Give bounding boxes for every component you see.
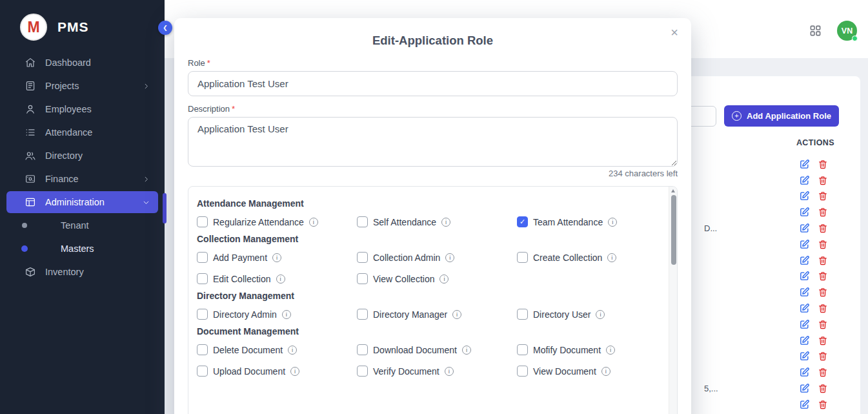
checkbox[interactable]	[517, 309, 528, 320]
sidebar-collapse-button[interactable]	[158, 21, 172, 35]
edit-icon[interactable]	[799, 335, 810, 346]
delete-icon[interactable]	[818, 271, 828, 282]
sidebar-item-dashboard[interactable]: Dashboard	[0, 51, 165, 74]
checkbox[interactable]	[197, 366, 208, 377]
sidebar-scrollbar-thumb[interactable]	[163, 193, 167, 223]
info-icon[interactable]: i	[441, 218, 450, 227]
edit-icon[interactable]	[799, 191, 810, 202]
edit-icon[interactable]	[799, 159, 810, 170]
permissions-scrollbar[interactable]	[669, 187, 677, 414]
add-application-role-button[interactable]: Add Application Role	[724, 105, 839, 127]
info-icon[interactable]: i	[288, 346, 297, 355]
checkbox[interactable]	[197, 273, 208, 284]
sidebar-item-projects[interactable]: Projects	[0, 74, 165, 98]
delete-icon[interactable]	[818, 399, 828, 410]
edit-icon[interactable]	[799, 271, 810, 282]
avatar[interactable]: VN	[837, 21, 857, 41]
checkbox[interactable]	[517, 366, 528, 377]
sidebar-item-inventory[interactable]: Inventory	[0, 260, 165, 284]
delete-icon[interactable]	[818, 287, 828, 298]
delete-icon[interactable]	[818, 191, 828, 202]
edit-icon[interactable]	[799, 319, 810, 330]
chevron-down-icon	[142, 198, 150, 207]
edit-icon[interactable]	[799, 351, 810, 362]
delete-icon[interactable]	[818, 255, 828, 266]
edit-icon[interactable]	[799, 287, 810, 298]
permission-label: Verify Document	[373, 366, 439, 377]
scroll-up-arrow-icon[interactable]	[671, 189, 675, 192]
checkbox[interactable]	[357, 216, 368, 227]
scrollbar-thumb[interactable]	[671, 195, 676, 265]
info-icon[interactable]: i	[452, 310, 461, 319]
edit-icon[interactable]	[799, 207, 810, 218]
edit-icon[interactable]	[799, 239, 810, 250]
edit-icon[interactable]	[799, 223, 810, 234]
info-icon[interactable]: i	[601, 367, 611, 376]
permission-label: Regularize Attendance	[213, 217, 304, 227]
apps-grid-icon[interactable]	[809, 25, 822, 37]
edit-icon[interactable]	[799, 303, 810, 314]
info-icon[interactable]: i	[309, 218, 318, 227]
checkbox[interactable]	[357, 309, 368, 320]
delete-icon[interactable]	[818, 383, 828, 394]
sidebar-item-directory[interactable]: Directory	[0, 144, 165, 167]
info-icon[interactable]: i	[606, 346, 615, 355]
sidebar-item-administration[interactable]: Administration	[6, 191, 158, 213]
checkbox[interactable]	[357, 344, 368, 355]
edit-icon[interactable]	[799, 367, 810, 378]
delete-icon[interactable]	[818, 319, 828, 330]
permission-item: Upload Documenti	[197, 366, 357, 377]
delete-icon[interactable]	[818, 367, 828, 378]
role-label-text: Role	[188, 58, 205, 68]
delete-icon[interactable]	[818, 223, 828, 234]
checkbox[interactable]	[517, 252, 528, 263]
info-icon[interactable]: i	[462, 346, 471, 355]
sidebar-item-finance[interactable]: Finance	[0, 167, 165, 191]
info-icon[interactable]: i	[445, 253, 454, 262]
required-mark: *	[207, 58, 210, 68]
description-textarea[interactable]: Application Test User	[188, 117, 678, 167]
edit-icon[interactable]	[799, 399, 810, 410]
info-icon[interactable]: i	[607, 253, 616, 262]
edit-icon[interactable]	[799, 175, 810, 186]
permission-label: View Document	[533, 366, 596, 377]
permission-label: Create Collection	[533, 253, 602, 263]
delete-icon[interactable]	[818, 351, 828, 362]
checkbox[interactable]: ✓	[517, 216, 528, 227]
info-icon[interactable]: i	[596, 310, 605, 319]
checkbox[interactable]	[197, 216, 208, 227]
info-icon[interactable]: i	[290, 367, 299, 376]
checkbox[interactable]	[197, 309, 208, 320]
permission-item: View Collectioni	[357, 273, 517, 284]
permission-label: Edit Collection	[213, 274, 271, 284]
edit-icon[interactable]	[799, 255, 810, 266]
close-icon[interactable]: ×	[671, 26, 678, 39]
info-icon[interactable]: i	[276, 274, 285, 284]
sidebar-item-attendance[interactable]: Attendance	[0, 121, 165, 144]
info-icon[interactable]: i	[272, 253, 281, 262]
delete-icon[interactable]	[818, 207, 828, 218]
info-icon[interactable]: i	[282, 310, 291, 319]
delete-icon[interactable]	[818, 303, 828, 314]
edit-icon[interactable]	[799, 383, 810, 394]
delete-icon[interactable]	[818, 239, 828, 250]
sidebar-item-label: Finance	[45, 174, 79, 184]
info-icon[interactable]: i	[608, 218, 617, 227]
sidebar-item-tenant[interactable]: Tenant	[0, 214, 165, 237]
checkbox[interactable]	[357, 366, 368, 377]
sidebar-item-masters[interactable]: Masters	[0, 237, 165, 260]
delete-icon[interactable]	[818, 335, 828, 346]
checkbox[interactable]	[357, 252, 368, 263]
sidebar-item-employees[interactable]: Employees	[0, 98, 165, 121]
add-application-role-label: Add Application Role	[747, 111, 831, 121]
checkbox[interactable]	[517, 344, 528, 355]
checkbox[interactable]	[197, 344, 208, 355]
checkbox[interactable]	[197, 252, 208, 263]
role-input[interactable]	[188, 71, 678, 96]
info-icon[interactable]: i	[445, 367, 454, 376]
finance-icon	[25, 173, 36, 185]
delete-icon[interactable]	[818, 175, 828, 186]
checkbox[interactable]	[357, 273, 368, 284]
delete-icon[interactable]	[818, 159, 828, 170]
info-icon[interactable]: i	[439, 274, 449, 284]
